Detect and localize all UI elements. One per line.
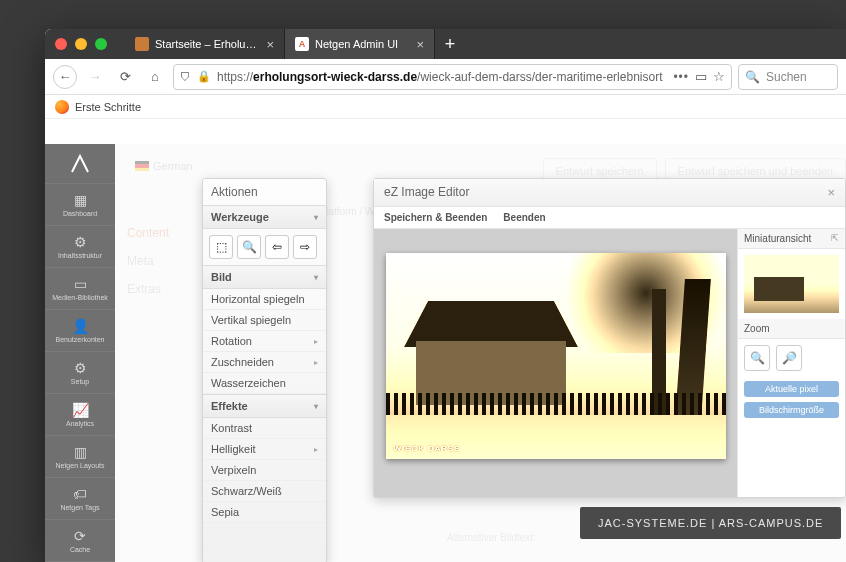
close-icon[interactable]: × xyxy=(416,37,424,52)
home-button[interactable]: ⌂ xyxy=(143,65,167,89)
image-editor-modal: eZ Image Editor × Speichern & Beenden Be… xyxy=(373,178,846,498)
bookmarks-bar: Erste Schritte xyxy=(45,95,846,119)
zoom-out-button[interactable]: 🔎 xyxy=(776,345,802,371)
tab-1[interactable]: Startseite – Erholungsort Wiec × xyxy=(125,29,285,59)
editor-image[interactable]: WIECK DARSS xyxy=(386,253,726,459)
editor-canvas-area: WIECK DARSS xyxy=(374,229,737,497)
tag-icon: 🏷 xyxy=(73,486,87,502)
tab-2[interactable]: A Netgen Admin UI × xyxy=(285,29,435,59)
chevron-right-icon: ▸ xyxy=(314,337,318,346)
section-tools[interactable]: Werkzeuge▾ xyxy=(203,205,326,229)
rail-layouts[interactable]: ▥Netgen Layouts xyxy=(45,436,115,478)
zoom-in-icon: 🔍 xyxy=(750,351,765,365)
editor-title: eZ Image Editor xyxy=(384,185,469,200)
grid-icon: ▦ xyxy=(74,192,87,208)
rail-analytics[interactable]: 📈Analytics xyxy=(45,394,115,436)
chevron-right-icon: ▸ xyxy=(314,358,318,367)
rail-cache[interactable]: ⟳Cache xyxy=(45,520,115,562)
save-and-close-button[interactable]: Speichern & Beenden xyxy=(384,212,487,223)
image-watermark: WIECK DARSS xyxy=(394,444,461,453)
url-field[interactable]: ⛉ 🔒 https://erholungsort-wieck-darss.de/… xyxy=(173,64,732,90)
back-button[interactable]: ← xyxy=(53,65,77,89)
tool-zoom[interactable]: 🔍 xyxy=(237,235,261,259)
action-brightness[interactable]: Helligkeit▸ xyxy=(203,439,326,460)
layout-icon: ▥ xyxy=(74,444,87,460)
zoom-in-button[interactable]: 🔍 xyxy=(744,345,770,371)
rail-users[interactable]: 👤Benutzerkonten xyxy=(45,310,115,352)
close-icon[interactable]: × xyxy=(827,185,835,200)
left-rail: ▦Dashboard ⚙Inhaltsstruktur ▭Medien-Bibl… xyxy=(45,144,115,562)
search-icon: 🔍 xyxy=(745,70,760,84)
rail-dashboard[interactable]: ▦Dashboard xyxy=(45,184,115,226)
search-field[interactable]: 🔍 Suchen xyxy=(738,64,838,90)
page-actions-icon[interactable]: ••• xyxy=(673,70,689,84)
shield-icon: ⛉ xyxy=(180,71,191,83)
user-icon: 👤 xyxy=(72,318,89,334)
traffic-min-icon[interactable] xyxy=(75,38,87,50)
action-contrast[interactable]: Kontrast xyxy=(203,418,326,439)
action-bw[interactable]: Schwarz/Weiß xyxy=(203,481,326,502)
chevron-down-icon: ▾ xyxy=(314,273,318,282)
tab-label: Netgen Admin UI xyxy=(315,38,410,50)
rail-setup[interactable]: ⚙Setup xyxy=(45,352,115,394)
redo-icon: ⇨ xyxy=(300,240,310,254)
action-rotate[interactable]: Rotation▸ xyxy=(203,331,326,352)
credit-badge: JAC-SYSTEME.DE | ARS-CAMPUS.DE xyxy=(580,507,841,539)
forward-button[interactable]: → xyxy=(83,65,107,89)
url-text: https://erholungsort-wieck-darss.de/wiec… xyxy=(217,70,667,84)
bookmark-item[interactable]: Erste Schritte xyxy=(75,101,141,113)
section-effects[interactable]: Effekte▾ xyxy=(203,394,326,418)
thumbnail-image[interactable] xyxy=(744,255,839,313)
chevron-down-icon: ▾ xyxy=(314,213,318,222)
actions-title: Aktionen xyxy=(203,179,326,205)
tool-select[interactable]: ⬚ xyxy=(209,235,233,259)
zoom-title: Zoom xyxy=(744,323,770,334)
action-sepia[interactable]: Sepia xyxy=(203,502,326,523)
app-logo[interactable] xyxy=(45,144,115,184)
tab-label: Startseite – Erholungsort Wiec xyxy=(155,38,260,50)
close-icon[interactable]: × xyxy=(266,37,274,52)
favicon-icon xyxy=(135,37,149,51)
chevron-right-icon: ▸ xyxy=(314,445,318,454)
firefox-icon xyxy=(55,100,69,114)
tab-strip: Startseite – Erholungsort Wiec × A Netge… xyxy=(45,29,846,59)
chart-icon: 📈 xyxy=(72,402,89,418)
tree-icon: ⚙ xyxy=(74,234,87,250)
traffic-max-icon[interactable] xyxy=(95,38,107,50)
chevron-down-icon: ▾ xyxy=(314,402,318,411)
action-crop[interactable]: Zuschneiden▸ xyxy=(203,352,326,373)
thumbnail-title: Miniaturansicht xyxy=(744,233,811,244)
reader-icon[interactable]: ▭ xyxy=(695,69,707,84)
action-pixelate[interactable]: Verpixeln xyxy=(203,460,326,481)
gear-icon: ⚙ xyxy=(74,360,87,376)
zoom-fit-button[interactable]: Bildschirmgröße xyxy=(744,402,839,418)
refresh-icon: ⟳ xyxy=(74,528,86,544)
zoom-out-icon: 🔎 xyxy=(782,351,797,365)
address-bar: ← → ⟳ ⌂ ⛉ 🔒 https://erholungsort-wieck-d… xyxy=(45,59,846,95)
rail-content-tree[interactable]: ⚙Inhaltsstruktur xyxy=(45,226,115,268)
popout-icon[interactable]: ⇱ xyxy=(831,233,839,244)
zoom-actual-button[interactable]: Aktuelle pixel xyxy=(744,381,839,397)
search-placeholder: Suchen xyxy=(766,70,807,84)
lock-icon: 🔒 xyxy=(197,70,211,83)
reload-button[interactable]: ⟳ xyxy=(113,65,137,89)
tool-redo[interactable]: ⇨ xyxy=(293,235,317,259)
new-tab-button[interactable]: + xyxy=(435,29,465,59)
close-button[interactable]: Beenden xyxy=(503,212,545,223)
favicon-icon: A xyxy=(295,37,309,51)
tool-undo[interactable]: ⇦ xyxy=(265,235,289,259)
bookmark-star-icon[interactable]: ☆ xyxy=(713,69,725,84)
action-flip-h[interactable]: Horizontal spiegeln xyxy=(203,289,326,310)
marquee-icon: ⬚ xyxy=(216,240,227,254)
rail-tags[interactable]: 🏷Netgen Tags xyxy=(45,478,115,520)
section-image[interactable]: Bild▾ xyxy=(203,265,326,289)
magnifier-icon: 🔍 xyxy=(242,240,257,254)
rail-media[interactable]: ▭Medien-Bibliothek xyxy=(45,268,115,310)
action-watermark[interactable]: Wasserzeichen xyxy=(203,373,326,394)
actions-panel: Aktionen Werkzeuge▾ ⬚ 🔍 ⇦ ⇨ Bild▾ Horizo… xyxy=(202,178,327,562)
action-flip-v[interactable]: Vertikal spiegeln xyxy=(203,310,326,331)
editor-sidebar: Miniaturansicht⇱ Zoom 🔍 🔎 Aktuelle pixel… xyxy=(737,229,845,497)
image-icon: ▭ xyxy=(74,276,87,292)
traffic-close-icon[interactable] xyxy=(55,38,67,50)
undo-icon: ⇦ xyxy=(272,240,282,254)
